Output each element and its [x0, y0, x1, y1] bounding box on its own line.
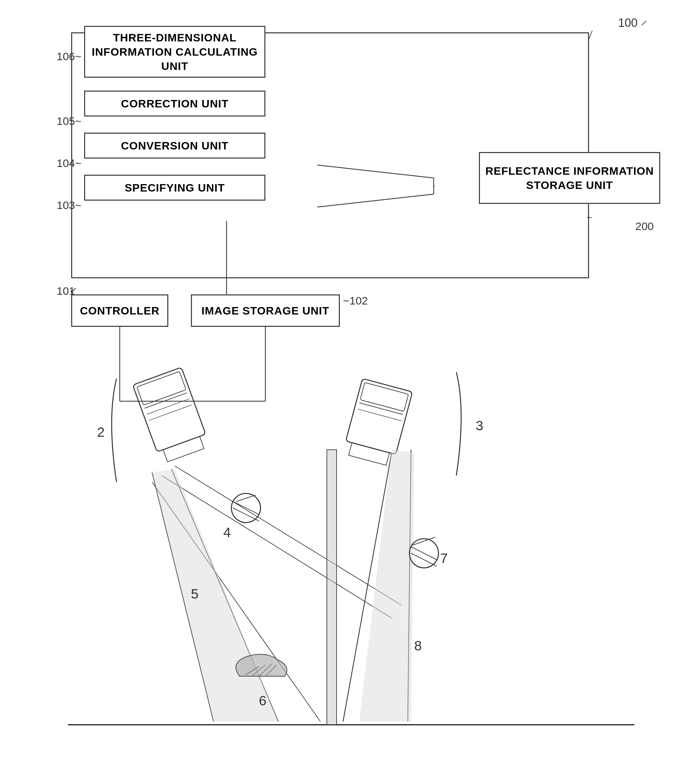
svg-line-25 [359, 403, 403, 415]
block-105-label: CORRECTION UNIT [121, 97, 228, 111]
ref-label-106: 106~ [57, 50, 81, 63]
svg-line-20 [147, 399, 190, 415]
svg-line-21 [149, 405, 192, 420]
illustration-area: 2 3 4 5 6 7 8 [52, 353, 667, 757]
controller-label: CONTROLLER [80, 304, 159, 318]
svg-line-43 [236, 495, 256, 502]
label-2: 2 [97, 424, 105, 440]
block-103-label: SPECIFYING UNIT [125, 181, 225, 195]
block-200-label: REFLECTANCE INFORMATIONSTORAGE UNIT [486, 164, 654, 192]
label-5: 5 [191, 586, 198, 602]
label-7: 7 [440, 551, 448, 566]
ref-101-arrow: ↙ [70, 285, 77, 295]
block-image-storage: IMAGE STORAGE UNIT [191, 295, 340, 327]
ref-label-104: 104~ [57, 157, 81, 170]
label-6: 6 [259, 693, 266, 708]
ref-label-105: 105~ [57, 115, 81, 128]
illustration-svg: 2 3 4 5 6 7 8 [52, 353, 667, 757]
svg-rect-16 [133, 367, 206, 452]
ref-label-200: 200 [635, 220, 654, 232]
svg-rect-17 [137, 371, 186, 405]
label-8: 8 [414, 638, 422, 653]
block-103: SPECIFYING UNIT [84, 175, 266, 201]
label-3: 3 [476, 418, 483, 433]
block-106: THREE-DIMENSIONALINFORMATION CALCULATING… [84, 26, 266, 78]
ref-200-tilde: ~ [586, 212, 592, 223]
svg-line-41 [233, 502, 259, 515]
label-4: 4 [223, 525, 231, 540]
ref-100: 100 [618, 16, 638, 30]
block-106-label: THREE-DIMENSIONALINFORMATION CALCULATING… [92, 30, 258, 73]
svg-rect-48 [327, 450, 337, 725]
block-104: CONVERSION UNIT [84, 133, 266, 159]
block-controller: CONTROLLER [71, 295, 168, 327]
svg-line-19 [145, 393, 188, 408]
diagram-container: 100 [19, 13, 686, 751]
block-105: CORRECTION UNIT [84, 90, 266, 117]
svg-line-26 [358, 409, 401, 421]
ref-label-102: ~102 [343, 295, 368, 307]
svg-marker-34 [152, 469, 278, 722]
svg-line-45 [411, 547, 437, 560]
block-200: REFLECTANCE INFORMATIONSTORAGE UNIT [479, 152, 660, 204]
svg-rect-22 [345, 379, 412, 455]
svg-rect-18 [163, 437, 204, 462]
ref-label-103: 103~ [57, 199, 81, 212]
svg-line-14 [589, 31, 592, 39]
svg-rect-23 [360, 382, 408, 411]
svg-rect-24 [348, 443, 389, 465]
block-104-label: CONVERSION UNIT [121, 139, 228, 153]
image-storage-label: IMAGE STORAGE UNIT [201, 304, 329, 318]
